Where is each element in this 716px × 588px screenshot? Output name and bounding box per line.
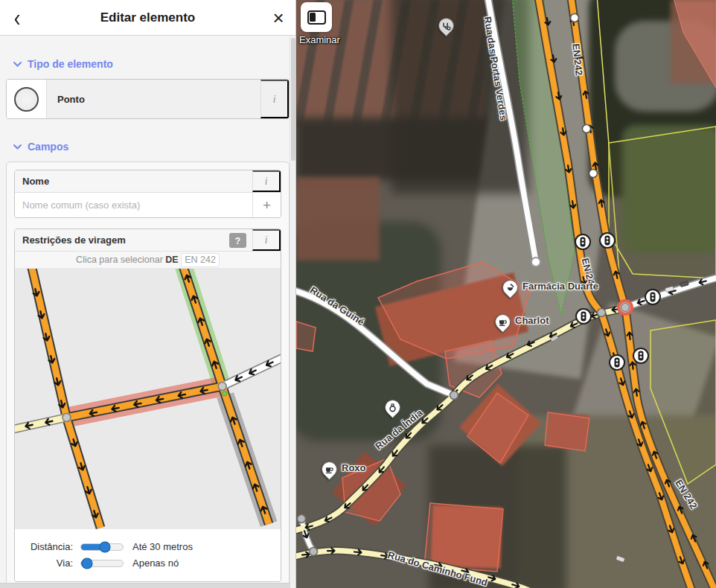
- edit-entity-panel: ‹ Editar elemento × Tipo de elemento Pon…: [0, 0, 296, 588]
- via-value: Apenas nó: [132, 557, 179, 569]
- turn-restriction-editor[interactable]: [15, 269, 281, 529]
- fields-container: Nome i + Restrições de viragem ? i Clica…: [6, 162, 290, 588]
- panel-header: ‹ Editar elemento ×: [0, 0, 295, 36]
- poi-pharmacy[interactable]: Farmácia Duarte: [502, 280, 518, 295]
- examine-label: Examinar: [299, 34, 344, 45]
- preset-icon-cell: [7, 80, 47, 118]
- preset-info-button[interactable]: i: [260, 80, 289, 118]
- back-icon: ‹: [14, 5, 21, 30]
- restriction-sliders: Distância: Até 30 metros Via:: [15, 529, 281, 581]
- section-fields-toggle[interactable]: Campos: [13, 141, 282, 153]
- distance-slider[interactable]: [80, 543, 124, 551]
- ring-icon: [382, 397, 404, 419]
- junction-node[interactable]: [218, 383, 226, 391]
- panel-title: Editar elemento: [34, 10, 261, 25]
- via-label: Via:: [18, 557, 73, 569]
- hint-from: DE: [165, 255, 178, 265]
- examine-button[interactable]: [301, 2, 332, 32]
- poi-cafe-charlot[interactable]: Charlot: [495, 314, 511, 330]
- section-type-label: Tipo de elemento: [28, 58, 113, 70]
- section-type-toggle[interactable]: Tipo de elemento: [13, 58, 282, 70]
- junction-node[interactable]: [63, 414, 71, 422]
- via-slider[interactable]: [80, 560, 124, 567]
- preset-card[interactable]: Ponto i: [6, 79, 290, 119]
- name-input[interactable]: [15, 193, 252, 217]
- doctor-icon: [435, 15, 458, 37]
- distance-slider-row: Distância: Até 30 metros: [18, 541, 278, 552]
- next-card-edge: [0, 583, 290, 588]
- poi-label: Farmácia Duarte: [522, 281, 598, 292]
- distance-label: Distância:: [18, 541, 73, 552]
- pharmacy-icon: [499, 277, 522, 299]
- examine-control: Examinar: [299, 2, 344, 45]
- poi-cafe-roxo[interactable]: Roxo: [322, 461, 337, 477]
- restrictions-header: Restrições de viragem ? i: [15, 229, 281, 252]
- name-field-label: Nome: [15, 170, 252, 192]
- cafe-icon: [319, 458, 341, 481]
- back-button[interactable]: ‹: [0, 0, 34, 35]
- cafe-icon: [492, 311, 514, 333]
- section-fields-label: Campos: [28, 141, 68, 153]
- selected-node[interactable]: [618, 301, 632, 314]
- poi-doctor[interactable]: [438, 18, 454, 33]
- hint-way-badge: EN 242: [181, 253, 220, 267]
- poi-label: Charlot: [515, 315, 549, 326]
- landuse-area-ne[interactable]: [609, 127, 716, 278]
- sidebar-panel-icon: [307, 10, 326, 25]
- poi-label: Roxo: [342, 462, 366, 473]
- scrollbar-thumb[interactable]: [291, 38, 295, 161]
- via-slider-thumb[interactable]: [81, 557, 92, 569]
- preset-name: Ponto: [47, 80, 260, 118]
- restrictions-info-button[interactable]: i: [252, 229, 281, 251]
- distance-value: Até 30 metros: [132, 541, 193, 552]
- restrictions-label: Restrições de viragem: [15, 229, 229, 251]
- chevron-down-icon: [13, 144, 22, 150]
- panel-scrollbar[interactable]: [290, 36, 295, 588]
- distance-slider-thumb[interactable]: [100, 541, 111, 552]
- via-node: [223, 392, 227, 396]
- map-canvas[interactable]: Rua das Portas Verdes EN 242 EN 242 EN 2…: [296, 0, 716, 588]
- add-name-button[interactable]: +: [252, 193, 281, 217]
- name-field-card: Nome i +: [14, 170, 281, 218]
- close-button[interactable]: ×: [261, 0, 295, 35]
- via-slider-row: Via: Apenas nó: [18, 557, 278, 569]
- poi-unlabeled[interactable]: [385, 400, 400, 415]
- restriction-hint: Clica para selecionar DE EN 242: [15, 252, 281, 269]
- close-icon: ×: [272, 8, 284, 28]
- building-polygon[interactable]: [673, 0, 716, 88]
- help-button[interactable]: ?: [229, 233, 246, 248]
- road-end-node[interactable]: [531, 258, 540, 266]
- hint-prefix: Clica para selecionar: [76, 255, 163, 265]
- name-input-row: +: [15, 193, 281, 217]
- name-field-header: Nome i: [15, 170, 281, 193]
- name-info-button[interactable]: i: [252, 170, 281, 192]
- panel-body: Tipo de elemento Ponto i Campos Nome i +: [0, 58, 295, 588]
- turn-restrictions-card: Restrições de viragem ? i Clica para sel…: [14, 229, 281, 582]
- point-icon: [14, 87, 39, 112]
- chevron-down-icon: [13, 62, 22, 67]
